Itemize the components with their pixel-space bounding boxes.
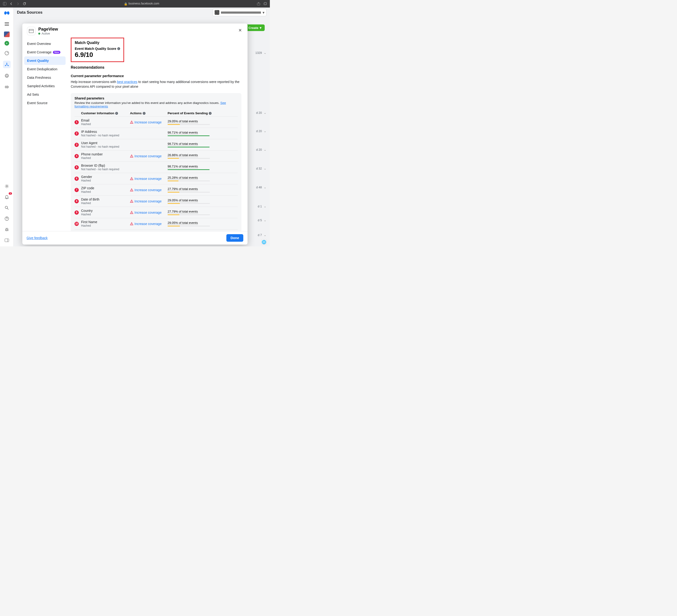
share-icon[interactable]: [257, 2, 261, 6]
increase-coverage-link[interactable]: Increase coverage: [130, 200, 168, 203]
chevron-down-icon[interactable]: ⌄: [264, 111, 266, 115]
nav-item-data-freshness[interactable]: Data Freshness: [24, 73, 65, 82]
notif-badge: 9: [9, 192, 12, 195]
help-text: Help increase conversions with best prac…: [71, 80, 241, 89]
chevron-down-icon[interactable]: ⌄: [264, 167, 266, 170]
nav-item-event-coverage[interactable]: Event CoverageNew: [24, 48, 65, 56]
svg-point-9: [6, 63, 7, 64]
table-row: 3User AgentNot hashed - no hash required…: [75, 139, 238, 150]
percent-cell: 29.05% of total events: [168, 120, 238, 125]
nav-item-event-overview[interactable]: Event Overview: [24, 40, 65, 48]
svg-rect-22: [29, 30, 34, 33]
rank-badge: 1: [75, 120, 79, 124]
chevron-down-icon[interactable]: ⌄: [264, 185, 266, 189]
chevron-down-icon[interactable]: ⌄: [264, 51, 266, 54]
chevron-down-icon[interactable]: ⌄: [264, 205, 266, 208]
match-quality-heading: Match Quality: [75, 41, 120, 45]
language-globe-icon[interactable]: 🌐: [261, 239, 267, 245]
increase-coverage-link[interactable]: Increase coverage: [130, 188, 168, 192]
warning-icon: [130, 211, 133, 214]
nav-item-event-source[interactable]: Event Source: [24, 99, 65, 107]
url-bar[interactable]: 🔒business.facebook.com: [29, 2, 254, 5]
nav-item-ad-sets[interactable]: Ad Sets: [24, 90, 65, 99]
search-icon[interactable]: [3, 204, 10, 212]
background-row-peek: d 32⌄: [256, 167, 266, 170]
increase-coverage-link[interactable]: Increase coverage: [130, 222, 168, 226]
rank-badge: 10: [75, 222, 79, 226]
percent-cell: 25.28% of total events: [168, 176, 238, 181]
info-icon[interactable]: i: [115, 112, 118, 115]
nav-item-sampled-activities[interactable]: Sampled Activities: [24, 82, 65, 90]
help-icon[interactable]: [3, 215, 10, 222]
increase-coverage-link[interactable]: Increase coverage: [130, 120, 168, 124]
browser-chrome: 🔒business.facebook.com: [0, 0, 270, 7]
svg-rect-4: [264, 2, 267, 4]
chevron-down-icon[interactable]: ⌄: [264, 129, 266, 133]
rank-badge: 8: [75, 199, 79, 204]
best-practices-link[interactable]: best practices: [117, 80, 137, 84]
svg-point-27: [131, 157, 132, 157]
chevron-down-icon[interactable]: ⌄: [264, 148, 266, 151]
percent-cell: 98.71% of total events: [168, 165, 238, 170]
warning-icon: [130, 177, 133, 180]
increase-coverage-link[interactable]: Increase coverage: [130, 154, 168, 158]
settings-icon[interactable]: [3, 182, 10, 190]
close-icon[interactable]: ✕: [237, 27, 243, 34]
percent-cell: 29.05% of total events: [168, 221, 238, 226]
business-avatar[interactable]: [4, 32, 10, 37]
table-row: 11Last NameHashedIncrease coverage29.05%…: [75, 229, 238, 231]
nav-item-event-quality[interactable]: Event Quality: [24, 56, 65, 65]
customer-info-cell: ZIP codeHashed: [81, 186, 130, 193]
background-row-peek: d 20⌄: [256, 148, 266, 151]
table-row: 1EmailHashedIncrease coverage29.05% of t…: [75, 116, 238, 128]
give-feedback-link[interactable]: Give feedback: [27, 236, 48, 240]
customer-info-cell: CountryHashed: [81, 209, 130, 216]
star-gear-icon[interactable]: [3, 72, 10, 80]
done-button[interactable]: Done: [226, 234, 243, 242]
back-icon[interactable]: [9, 2, 13, 6]
percent-cell: 27.79% of total events: [168, 210, 238, 215]
modal-main: Match Quality Event Match Quality Score …: [66, 38, 247, 231]
info-icon[interactable]: i: [143, 112, 145, 115]
sidebar-toggle-icon[interactable]: [3, 2, 7, 6]
chevron-down-icon[interactable]: ⌄: [264, 233, 266, 237]
percent-cell: 29.05% of total events: [168, 199, 238, 204]
account-name-redacted: [221, 11, 261, 14]
info-icon[interactable]: i: [209, 112, 212, 115]
reload-icon[interactable]: [22, 2, 26, 6]
nav-item-event-deduplication[interactable]: Event Deduplication: [24, 65, 65, 73]
customer-info-cell: First NameHashed: [81, 220, 130, 227]
hamburger-icon[interactable]: [3, 20, 10, 28]
rank-badge: 5: [75, 165, 79, 170]
meta-logo[interactable]: [3, 10, 10, 16]
add-button[interactable]: +: [4, 41, 9, 46]
integrations-icon[interactable]: [3, 83, 10, 91]
page-title: Data Sources: [17, 10, 43, 15]
customer-info-cell: IP AddressNot hashed - no hash required: [81, 130, 130, 137]
rank-badge: 9: [75, 210, 79, 215]
bug-icon[interactable]: [3, 226, 10, 233]
notifications-icon[interactable]: 9: [3, 193, 10, 201]
data-sources-icon[interactable]: [3, 61, 10, 68]
table-row: 2IP AddressNot hashed - no hash required…: [75, 128, 238, 139]
increase-coverage-link[interactable]: Increase coverage: [130, 177, 168, 181]
create-button[interactable]: Create ▾: [245, 25, 265, 31]
info-icon[interactable]: i: [117, 47, 120, 50]
warning-icon: [130, 222, 133, 225]
panel-icon[interactable]: [3, 236, 10, 244]
account-selector[interactable]: ▾: [213, 9, 267, 16]
rank-badge: 3: [75, 143, 79, 147]
shared-parameters-box: Shared parameters Review the customer in…: [71, 93, 241, 231]
percent-cell: 27.79% of total events: [168, 187, 238, 192]
tabs-icon[interactable]: [263, 2, 267, 6]
increase-coverage-link[interactable]: Increase coverage: [130, 211, 168, 214]
modal-status: Active: [38, 32, 58, 35]
warning-icon: [130, 188, 133, 191]
svg-point-33: [131, 202, 132, 202]
warning-icon: [130, 200, 133, 203]
event-quality-modal: PageView Active ✕ Event OverviewEvent Co…: [22, 24, 247, 245]
background-row-peek: 1329⌄: [255, 51, 266, 54]
chevron-down-icon[interactable]: ⌄: [264, 218, 266, 222]
rank-badge: 2: [75, 131, 79, 136]
gauge-icon[interactable]: [3, 49, 10, 57]
